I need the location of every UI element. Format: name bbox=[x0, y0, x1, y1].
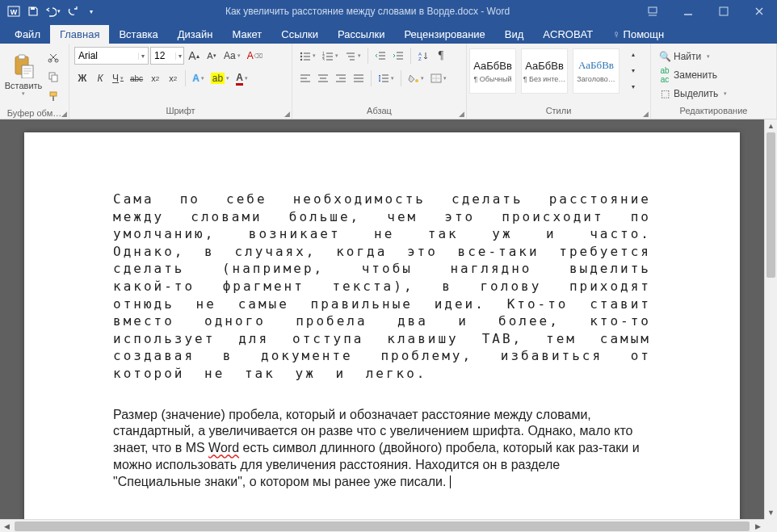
cut-button[interactable] bbox=[45, 48, 61, 66]
select-label: Выделить bbox=[674, 88, 718, 99]
styles-expand-icon[interactable]: ▾ bbox=[625, 79, 641, 94]
redo-icon[interactable] bbox=[63, 2, 81, 20]
strikethrough-button[interactable]: abc bbox=[128, 69, 145, 87]
minimize-icon[interactable] bbox=[670, 0, 706, 23]
scroll-down-icon[interactable]: ▼ bbox=[765, 506, 777, 519]
document-area[interactable]: Сама по себе необходимость сделать расст… bbox=[0, 119, 764, 519]
separator bbox=[185, 70, 186, 86]
svg-rect-3 bbox=[649, 7, 657, 13]
scroll-thumb[interactable] bbox=[766, 132, 775, 278]
grow-font-button[interactable]: A▴ bbox=[186, 47, 202, 65]
clipboard-launcher-icon[interactable]: ◢ bbox=[61, 110, 67, 118]
tab-view[interactable]: Вид bbox=[495, 25, 534, 44]
scroll-track[interactable] bbox=[765, 132, 777, 506]
ribbon-tabs: Файл Главная Вставка Дизайн Макет Ссылки… bbox=[0, 23, 777, 44]
shading-button[interactable] bbox=[405, 69, 426, 87]
highlight-button[interactable]: ab bbox=[208, 69, 232, 87]
italic-button[interactable]: К bbox=[92, 69, 108, 87]
find-button[interactable]: 🔍Найти▾ bbox=[656, 48, 730, 65]
separator bbox=[371, 70, 372, 86]
tab-design[interactable]: Дизайн bbox=[168, 25, 223, 44]
replace-button[interactable]: abacЗаменить bbox=[656, 67, 730, 83]
style-no-spacing[interactable]: АаБбВв¶ Без инте… bbox=[521, 48, 568, 94]
scroll-left-icon[interactable]: ◀ bbox=[0, 520, 13, 532]
text-effects-button[interactable]: A bbox=[190, 69, 207, 87]
tab-references[interactable]: Ссылки bbox=[271, 25, 328, 44]
ribbon-options-icon[interactable] bbox=[635, 0, 670, 23]
align-left-button[interactable] bbox=[297, 69, 313, 87]
style-preview: АаБбВв bbox=[473, 60, 512, 72]
paste-button[interactable]: Вставить ▾ bbox=[5, 47, 42, 103]
page[interactable]: Сама по себе необходимость сделать расст… bbox=[24, 132, 740, 519]
show-marks-button[interactable]: ¶ bbox=[433, 47, 449, 65]
underline-button[interactable]: Ч bbox=[110, 69, 126, 87]
tab-tellme[interactable]: ♀ Помощн bbox=[603, 25, 674, 44]
align-center-button[interactable] bbox=[315, 69, 331, 87]
find-label: Найти bbox=[674, 51, 701, 62]
styles-scroll-down-icon[interactable]: ▾ bbox=[625, 63, 641, 77]
tab-acrobat[interactable]: ACROBAT bbox=[533, 25, 603, 44]
paste-icon bbox=[10, 53, 36, 79]
subscript-button[interactable]: x2 bbox=[147, 69, 163, 87]
line-spacing-button[interactable] bbox=[376, 69, 397, 87]
tab-insert[interactable]: Вставка bbox=[109, 25, 167, 44]
select-button[interactable]: ⬚Выделить▾ bbox=[656, 86, 730, 102]
font-size-input[interactable] bbox=[151, 50, 175, 61]
change-case-button[interactable]: Aa bbox=[221, 47, 243, 65]
styles-scroll-up-icon[interactable]: ▴ bbox=[625, 47, 641, 61]
svg-text:W: W bbox=[10, 8, 18, 16]
tab-file[interactable]: Файл bbox=[5, 25, 50, 44]
separator bbox=[410, 48, 411, 64]
maximize-icon[interactable] bbox=[706, 0, 741, 23]
align-right-button[interactable] bbox=[333, 69, 349, 87]
font-size-dropdown-icon[interactable]: ▾ bbox=[175, 52, 183, 60]
numbering-button[interactable]: 123 bbox=[320, 47, 341, 65]
copy-button[interactable] bbox=[45, 68, 61, 86]
quick-access-toolbar: W ▾ ▾ bbox=[0, 2, 100, 20]
font-name-dropdown-icon[interactable]: ▾ bbox=[138, 52, 148, 60]
word-app-icon[interactable]: W bbox=[5, 2, 23, 20]
vertical-scrollbar[interactable]: ▲ ▼ bbox=[764, 119, 777, 519]
paragraph-2[interactable]: Размер (значение) пробела, который и обо… bbox=[113, 407, 651, 491]
increase-indent-button[interactable] bbox=[390, 47, 406, 65]
superscript-button[interactable]: x2 bbox=[165, 69, 181, 87]
borders-button[interactable] bbox=[428, 69, 449, 87]
undo-icon[interactable]: ▾ bbox=[44, 2, 61, 20]
bold-button[interactable]: Ж bbox=[74, 69, 90, 87]
tab-home[interactable]: Главная bbox=[50, 25, 109, 44]
svg-rect-11 bbox=[52, 75, 57, 82]
font-name-combo[interactable]: ▾ bbox=[74, 47, 149, 65]
qat-customize-icon[interactable]: ▾ bbox=[82, 2, 100, 20]
paragraph-launcher-icon[interactable]: ◢ bbox=[459, 110, 464, 118]
shrink-font-button[interactable]: A▾ bbox=[204, 47, 220, 65]
font-name-input[interactable] bbox=[75, 50, 138, 61]
replace-label: Заменить bbox=[674, 69, 717, 81]
tab-layout[interactable]: Макет bbox=[222, 25, 271, 44]
clear-formatting-button[interactable]: A⌫ bbox=[245, 47, 265, 65]
style-heading1[interactable]: АаБбВвЗаголово… bbox=[573, 48, 620, 94]
sort-button[interactable]: AZ bbox=[415, 47, 431, 65]
scroll-up-icon[interactable]: ▲ bbox=[765, 119, 777, 132]
justify-button[interactable] bbox=[351, 69, 367, 87]
scroll-right-icon[interactable]: ▶ bbox=[751, 520, 764, 532]
svg-rect-4 bbox=[720, 7, 728, 15]
style-name: Заголово… bbox=[574, 75, 618, 83]
paragraph-1[interactable]: Сама по себе необходимость сделать расст… bbox=[113, 191, 651, 383]
bullets-button[interactable] bbox=[297, 47, 318, 65]
styles-launcher-icon[interactable]: ◢ bbox=[643, 110, 649, 118]
font-size-combo[interactable]: ▾ bbox=[150, 47, 184, 65]
save-icon[interactable] bbox=[24, 2, 42, 20]
group-clipboard: Вставить ▾ Буфер обм…◢ bbox=[0, 44, 69, 119]
scrollbar-corner bbox=[764, 519, 777, 532]
close-icon[interactable] bbox=[741, 0, 777, 23]
tab-review[interactable]: Рецензирование bbox=[394, 25, 494, 44]
scroll-thumb-h[interactable] bbox=[15, 522, 750, 531]
decrease-indent-button[interactable] bbox=[372, 47, 388, 65]
tab-mailings[interactable]: Рассылки bbox=[328, 25, 394, 44]
multilevel-list-button[interactable] bbox=[342, 47, 363, 65]
horizontal-scrollbar[interactable]: ◀ ▶ bbox=[0, 519, 764, 532]
font-launcher-icon[interactable]: ◢ bbox=[284, 110, 290, 118]
style-normal[interactable]: АаБбВв¶ Обычный bbox=[469, 48, 516, 94]
format-painter-button[interactable] bbox=[45, 87, 61, 105]
font-color-button[interactable]: A bbox=[233, 69, 250, 87]
